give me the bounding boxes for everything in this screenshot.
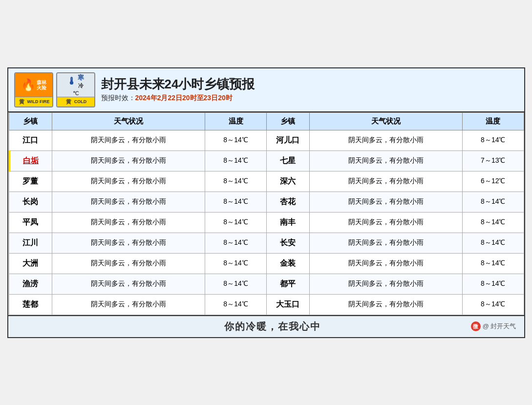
right-town-cell: 都平 bbox=[266, 274, 309, 294]
left-temp-cell: 8～14℃ bbox=[205, 130, 266, 150]
cold-level: 黄 bbox=[64, 98, 73, 106]
col-header-weather-left: 天气状况 bbox=[52, 112, 205, 130]
right-town-cell: 七星 bbox=[266, 150, 309, 171]
footer-account: 微 @ 封开天气 bbox=[471, 321, 516, 331]
forecast-table: 乡镇 天气状况 温度 乡镇 天气状况 温度 江口 阴天间多云，有分散小雨 8～1… bbox=[8, 112, 524, 315]
forest-text: 森林 bbox=[37, 80, 46, 85]
time-range: 2024年2月22日20时至23日20时 bbox=[135, 94, 233, 102]
right-weather-cell: 阴天间多云，有分散小雨 bbox=[309, 233, 463, 253]
col-header-town-left: 乡镇 bbox=[9, 112, 52, 130]
left-temp-cell: 8～14℃ bbox=[205, 171, 266, 192]
account-name: @ 封开天气 bbox=[483, 322, 516, 331]
fire-icon: 🔥 bbox=[21, 78, 36, 92]
forecast-time: 预报时效：2024年2月22日20时至23日20时 bbox=[101, 94, 518, 103]
right-temp-cell: 8～14℃ bbox=[463, 274, 524, 294]
left-temp-cell: 8～14℃ bbox=[205, 294, 266, 315]
col-header-temp-right: 温度 bbox=[463, 112, 524, 130]
right-temp-cell: 7～13℃ bbox=[463, 150, 524, 171]
left-temp-cell: 8～14℃ bbox=[205, 212, 266, 233]
right-weather-cell: 阴天间多云，有分散小雨 bbox=[309, 130, 463, 150]
celsius-symbol: ℃ bbox=[73, 90, 79, 97]
forecast-table-container: 乡镇 天气状况 温度 乡镇 天气状况 温度 江口 阴天间多云，有分散小雨 8～1… bbox=[8, 112, 524, 315]
right-weather-cell: 阴天间多云，有分散小雨 bbox=[309, 294, 463, 315]
right-temp-cell: 8～14℃ bbox=[463, 130, 524, 150]
left-town-cell: 罗董 bbox=[9, 171, 52, 192]
right-town-cell: 杏花 bbox=[266, 192, 309, 212]
weibo-icon: 微 bbox=[471, 321, 481, 331]
right-town-cell: 金装 bbox=[266, 253, 309, 274]
warning-badges: 🔥 森林 火险 黄 WILD FIRE bbox=[14, 72, 95, 107]
right-town-cell: 南丰 bbox=[266, 212, 309, 233]
left-temp-cell: 8～14℃ bbox=[205, 253, 266, 274]
wildfire-badge-bottom: 黄 WILD FIRE bbox=[15, 97, 52, 107]
left-weather-cell: 阴天间多云，有分散小雨 bbox=[52, 150, 205, 171]
left-weather-cell: 阴天间多云，有分散小雨 bbox=[52, 274, 205, 294]
right-temp-cell: 8～14℃ bbox=[463, 233, 524, 253]
left-town-cell: 平凤 bbox=[9, 212, 52, 233]
table-header-row: 乡镇 天气状况 温度 乡镇 天气状况 温度 bbox=[9, 112, 524, 130]
left-weather-cell: 阴天间多云，有分散小雨 bbox=[52, 171, 205, 192]
table-row: 罗董 阴天间多云，有分散小雨 8～14℃ 深六 阴天间多云，有分散小雨 6～12… bbox=[9, 171, 524, 192]
right-weather-cell: 阴天间多云，有分散小雨 bbox=[309, 253, 463, 274]
right-temp-cell: 8～14℃ bbox=[463, 294, 524, 315]
right-weather-cell: 阴天间多云，有分散小雨 bbox=[309, 171, 463, 192]
right-weather-cell: 阴天间多云，有分散小雨 bbox=[309, 212, 463, 233]
col-header-town-right: 乡镇 bbox=[266, 112, 309, 130]
cold-badge: 🌡 寒 冷 ℃ 黄 COLD bbox=[56, 72, 95, 107]
wildfire-badge-top: 🔥 森林 火险 bbox=[15, 73, 52, 97]
table-row: 平凤 阴天间多云，有分散小雨 8～14℃ 南丰 阴天间多云，有分散小雨 8～14… bbox=[9, 212, 524, 233]
page-title: 封开县未来24小时乡镇预报 bbox=[101, 77, 518, 92]
cold-label: COLD bbox=[74, 99, 87, 104]
weather-card: 🔥 森林 火险 黄 WILD FIRE bbox=[7, 67, 525, 338]
left-weather-cell: 阴天间多云，有分散小雨 bbox=[52, 253, 205, 274]
thermometer-icon: 🌡 bbox=[67, 76, 77, 87]
table-row: 江川 阴天间多云，有分散小雨 8～14℃ 长安 阴天间多云，有分散小雨 8～14… bbox=[9, 233, 524, 253]
right-town-cell: 长安 bbox=[266, 233, 309, 253]
right-temp-cell: 8～14℃ bbox=[463, 212, 524, 233]
forecast-prefix: 预报时效： bbox=[101, 94, 135, 102]
right-weather-cell: 阴天间多云，有分散小雨 bbox=[309, 274, 463, 294]
table-row: 长岗 阴天间多云，有分散小雨 8～14℃ 杏花 阴天间多云，有分散小雨 8～14… bbox=[9, 192, 524, 212]
table-row: 渔涝 阴天间多云，有分散小雨 8～14℃ 都平 阴天间多云，有分散小雨 8～14… bbox=[9, 274, 524, 294]
left-weather-cell: 阴天间多云，有分散小雨 bbox=[52, 192, 205, 212]
table-row: 白垢 阴天间多云，有分散小雨 8～14℃ 七星 阴天间多云，有分散小雨 7～13… bbox=[9, 150, 524, 171]
right-town-cell: 深六 bbox=[266, 171, 309, 192]
left-town-cell: 白垢 bbox=[9, 150, 52, 171]
wildfire-level: 黄 bbox=[18, 98, 26, 106]
right-temp-cell: 6～12℃ bbox=[463, 171, 524, 192]
right-temp-cell: 8～14℃ bbox=[463, 253, 524, 274]
left-temp-cell: 8～14℃ bbox=[205, 274, 266, 294]
header: 🔥 森林 火险 黄 WILD FIRE bbox=[8, 68, 524, 112]
left-weather-cell: 阴天间多云，有分散小雨 bbox=[52, 212, 205, 233]
fire-risk-text: 火险 bbox=[37, 85, 46, 90]
footer-slogan: 你的冷暖，在我心中 bbox=[75, 320, 471, 333]
left-weather-cell: 阴天间多云，有分散小雨 bbox=[52, 294, 205, 315]
right-weather-cell: 阴天间多云，有分散小雨 bbox=[309, 150, 463, 171]
cold-badge-bottom: 黄 COLD bbox=[57, 97, 94, 107]
left-town-cell: 江口 bbox=[9, 130, 52, 150]
left-town-cell: 莲都 bbox=[9, 294, 52, 315]
left-temp-cell: 8～14℃ bbox=[205, 150, 266, 171]
right-temp-cell: 8～14℃ bbox=[463, 192, 524, 212]
left-town-cell: 渔涝 bbox=[9, 274, 52, 294]
cold-sub-label: 冷 bbox=[78, 82, 84, 89]
table-row: 江口 阴天间多云，有分散小雨 8～14℃ 河儿口 阴天间多云，有分散小雨 8～1… bbox=[9, 130, 524, 150]
table-row: 大洲 阴天间多云，有分散小雨 8～14℃ 金装 阴天间多云，有分散小雨 8～14… bbox=[9, 253, 524, 274]
right-town-cell: 河儿口 bbox=[266, 130, 309, 150]
left-weather-cell: 阴天间多云，有分散小雨 bbox=[52, 130, 205, 150]
cold-main-label: 寒 bbox=[78, 73, 84, 82]
left-town-cell: 江川 bbox=[9, 233, 52, 253]
cold-badge-top: 🌡 寒 冷 ℃ bbox=[57, 73, 94, 97]
col-header-temp-left: 温度 bbox=[205, 112, 266, 130]
title-area: 封开县未来24小时乡镇预报 预报时效：2024年2月22日20时至23日20时 bbox=[101, 77, 518, 103]
left-temp-cell: 8～14℃ bbox=[205, 233, 266, 253]
wildfire-label: WILD FIRE bbox=[27, 99, 50, 104]
right-town-cell: 大玉口 bbox=[266, 294, 309, 315]
col-header-weather-right: 天气状况 bbox=[309, 112, 463, 130]
left-weather-cell: 阴天间多云，有分散小雨 bbox=[52, 233, 205, 253]
right-weather-cell: 阴天间多云，有分散小雨 bbox=[309, 192, 463, 212]
wildfire-badge: 🔥 森林 火险 黄 WILD FIRE bbox=[14, 72, 53, 107]
table-row: 莲都 阴天间多云，有分散小雨 8～14℃ 大玉口 阴天间多云，有分散小雨 8～1… bbox=[9, 294, 524, 315]
footer: 你的冷暖，在我心中 微 @ 封开天气 bbox=[8, 315, 524, 337]
left-temp-cell: 8～14℃ bbox=[205, 192, 266, 212]
